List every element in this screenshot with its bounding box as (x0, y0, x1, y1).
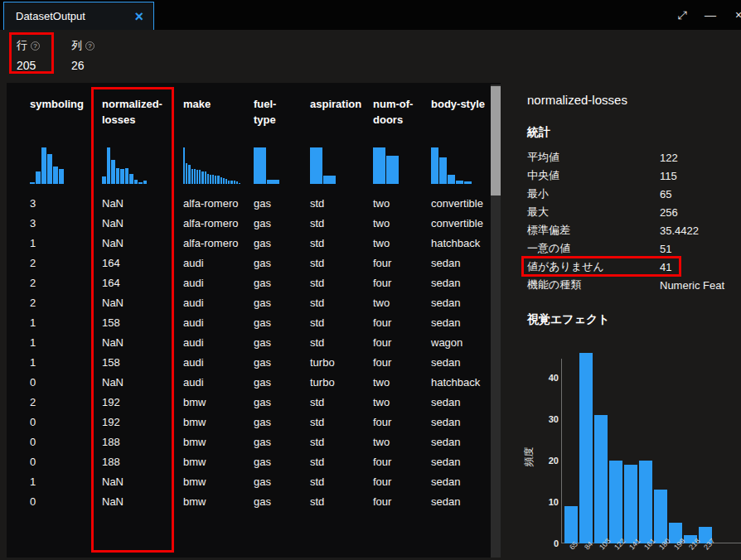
table-cell: 0 (30, 452, 102, 472)
stat-value: Numeric Feat (660, 279, 724, 292)
column-name: aspiration (310, 83, 373, 142)
column-header-make[interactable]: make (183, 83, 254, 194)
table-cell: NaN (102, 472, 183, 492)
stat-value: 51 (660, 243, 671, 255)
column-header-fuel-type[interactable]: fuel-type (254, 83, 310, 194)
table-cell: 3 (30, 214, 102, 234)
table-row[interactable]: 2192bmwgasstdtwosedan (7, 393, 501, 413)
table-cell: turbo (310, 373, 373, 393)
stat-value: 122 (660, 152, 678, 164)
table-cell: bmw (183, 413, 254, 432)
table-cell: gas (254, 472, 310, 492)
table-row[interactable]: 1158audigasstdfoursedan (7, 313, 501, 333)
table-cell: audi (183, 373, 254, 393)
table-row[interactable]: 1NaNaudigasstdfourwagon (7, 333, 501, 353)
histogram-bar (47, 154, 52, 184)
table-row[interactable]: 0188bmwgasstdtwosedan (7, 432, 501, 452)
table-row[interactable]: 0NaNaudigasturbotwohatchback (7, 373, 501, 393)
scrollbar-thumb[interactable] (491, 86, 501, 196)
table-cell: 1 (30, 353, 102, 373)
table-cell: gas (254, 214, 310, 234)
chart-bars (564, 353, 712, 543)
table-row[interactable]: 3NaNalfa-romerogasstdtwoconvertible (7, 214, 501, 234)
histogram-bar (234, 181, 235, 184)
table-cell: four (373, 472, 431, 492)
table-row[interactable]: 1158audigasturbofoursedan (7, 353, 501, 373)
table-cell: alfa-romero (183, 234, 254, 253)
row-count-stat: 行 ? 205 (17, 38, 40, 72)
cols-label-row: 列 ? (71, 38, 94, 53)
expand-icon[interactable]: ⤢ (668, 8, 696, 22)
table-cell: 192 (102, 413, 183, 432)
histogram-bar (230, 181, 232, 184)
vertical-scrollbar[interactable] (491, 84, 501, 558)
column-header-aspiration[interactable]: aspiration (310, 83, 373, 194)
table-cell: NaN (102, 194, 183, 214)
histogram-bar (386, 156, 399, 184)
table-cell: gas (254, 333, 310, 353)
table-cell: 1 (30, 234, 102, 253)
column-header-normalized-losses[interactable]: normalized-losses (102, 83, 183, 194)
column-name: fuel-type (254, 83, 310, 142)
tab-bar: DatasetOutput × ⤢ — × (0, 0, 741, 30)
column-histogram-fuel-type (254, 142, 310, 184)
chart-bar (639, 461, 652, 543)
table-cell: 1 (30, 313, 102, 333)
histogram-bar (448, 175, 455, 184)
column-count-stat: 列 ? 26 (71, 38, 94, 72)
table-body: 3NaNalfa-romerogasstdtwoconvertible3NaNa… (7, 194, 501, 512)
table-cell: 0 (30, 492, 102, 512)
table-row[interactable]: 0NaNbmwgasstdfoursedan (7, 492, 501, 512)
histogram-bar (41, 147, 46, 184)
main-content: symbolingnormalized-lossesmakefuel-typea… (0, 83, 741, 558)
table-cell: bmw (183, 432, 254, 452)
visualizations-header: 視覚エフェクト (527, 312, 741, 327)
help-icon[interactable]: ? (85, 41, 94, 51)
stat-value: 65 (660, 188, 671, 200)
close-icon[interactable]: × (724, 8, 741, 22)
histogram-bar (210, 175, 211, 184)
table-row[interactable]: 0188bmwgasstdfoursedan (7, 452, 501, 472)
table-cell: std (310, 293, 373, 313)
tab-close-icon[interactable]: × (134, 9, 143, 24)
minimize-icon[interactable]: — (696, 8, 724, 22)
stat-label: 機能の種類 (527, 278, 660, 292)
table-cell: alfa-romero (183, 214, 254, 234)
stat-row-2: 最小65 (527, 185, 741, 203)
table-row[interactable]: 2164audigasstdfoursedan (7, 273, 501, 293)
frequency-histogram: 頻度 403020100 658410312214116118019921823… (542, 349, 741, 543)
table-row[interactable]: 2NaNaudigasstdtwosedan (7, 293, 501, 313)
histogram-bar (201, 171, 203, 184)
table-cell: two (373, 194, 431, 214)
help-icon[interactable]: ? (31, 41, 40, 51)
table-cell: four (373, 413, 431, 432)
table-cell: std (310, 253, 373, 273)
column-histogram-num-of-doors (373, 142, 431, 184)
table-cell: std (310, 413, 373, 432)
table-cell: turbo (310, 353, 373, 373)
stats-list: 平均値122中央値115最小65最大256標準偏差35.4422一意の値51値が… (527, 148, 741, 294)
table-row[interactable]: 3NaNalfa-romerogasstdtwoconvertible (7, 194, 501, 214)
table-cell: four (373, 273, 431, 293)
tab-dataset-output[interactable]: DatasetOutput × (3, 2, 154, 30)
column-header-symboling[interactable]: symboling (30, 83, 102, 194)
stat-row-5: 一意の値51 (527, 239, 741, 258)
table-row[interactable]: 1NaNbmwgasstdfoursedan (7, 472, 501, 492)
y-tick-label: 40 (542, 372, 559, 384)
stats-section-header: 統計 (527, 125, 741, 140)
table-cell: gas (254, 293, 310, 313)
table-row[interactable]: 1NaNalfa-romerogasstdtwohatchback (7, 234, 501, 253)
table-row[interactable]: 0192bmwgasstdfoursedan (7, 413, 501, 432)
table-cell: audi (183, 253, 254, 273)
histogram-bar (228, 181, 230, 184)
column-header-num-of-doors[interactable]: num-of-doors (373, 83, 431, 194)
table-cell: 188 (102, 432, 183, 452)
histogram-bar (373, 147, 385, 184)
y-axis-label: 頻度 (522, 441, 536, 474)
table-cell: two (373, 373, 431, 393)
table-row[interactable]: 2164audigasstdfoursedan (7, 253, 501, 273)
stat-value: 41 (660, 261, 671, 273)
cols-label: 列 (71, 38, 82, 53)
summary-bar: 行 ? 205 列 ? 26 (0, 30, 741, 83)
y-tick-label: 30 (542, 413, 559, 425)
